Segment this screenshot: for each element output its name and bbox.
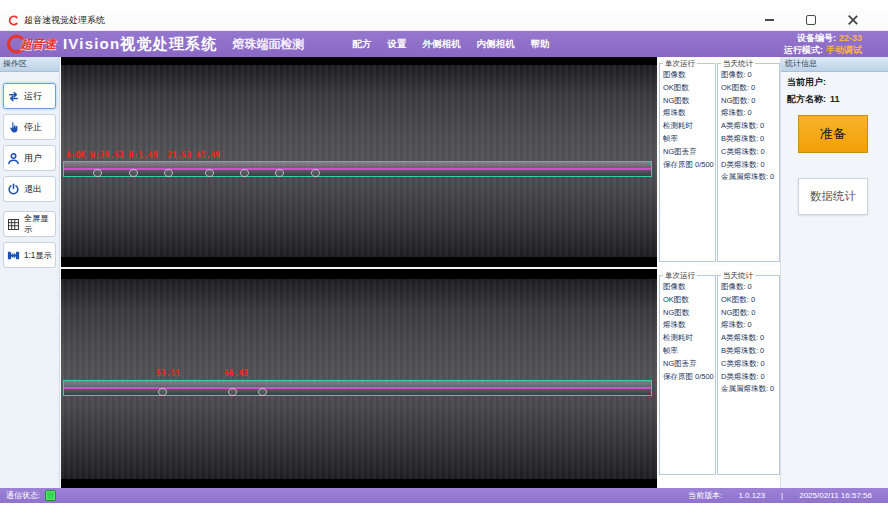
- data-statistics-button[interactable]: 数据统计: [798, 178, 868, 215]
- window-controls: [762, 13, 888, 27]
- camera-view-top[interactable]: 4:OK W:39.53 H:1.49 21.53 41.49: [61, 57, 657, 267]
- main-content: 操作区 运行 停止 用户 退出: [0, 57, 888, 488]
- stat-row: A类熔珠数:0: [721, 122, 779, 130]
- stat-row: 检测耗时: [663, 122, 715, 130]
- bead-marker: [164, 169, 173, 177]
- run-button-label: 运行: [24, 90, 42, 103]
- version-value: 1.0.123: [738, 491, 765, 500]
- sidebar-title: 操作区: [0, 57, 59, 72]
- menu-item-settings[interactable]: 设置: [388, 38, 407, 51]
- stat-row: 图像数:0: [721, 71, 779, 79]
- single-run-rows: 图像数OK图数NG图数熔珠数检测耗时帧率NG图丢弃保存原图0/500: [660, 64, 715, 169]
- stat-row: OK图数:0: [721, 84, 779, 92]
- stat-row: 熔珠数: [663, 109, 715, 117]
- stat-row: NG图数:0: [721, 309, 779, 317]
- version-label: 当前版本:: [688, 490, 722, 501]
- single-run-groupbox: 单次运行 图像数OK图数NG图数熔珠数检测耗时帧率NG图丢弃保存原图0/500: [659, 275, 716, 475]
- user-button-label: 用户: [24, 152, 42, 165]
- bead-marker: [205, 169, 214, 177]
- stat-row: 保存原图0/500: [663, 373, 715, 381]
- stat-row: 熔珠数: [663, 321, 715, 329]
- user-button[interactable]: 用户: [3, 145, 56, 171]
- page-subtitle: 熔珠端面检测: [233, 36, 305, 53]
- stop-button-label: 停止: [24, 121, 42, 134]
- bead-marker: [129, 169, 138, 177]
- stat-row: 熔珠数:0: [721, 321, 779, 329]
- bead-marker: [158, 388, 167, 396]
- stats-panel-top: 单次运行 图像数OK图数NG图数熔珠数检测耗时帧率NG图丢弃保存原图0/500 …: [657, 57, 780, 266]
- statistics-column: 单次运行 图像数OK图数NG图数熔珠数检测耗时帧率NG图丢弃保存原图0/500 …: [657, 57, 780, 488]
- run-mode-row: 运行模式:手动调试: [784, 44, 862, 56]
- single-run-rows: 图像数OK图数NG图数熔珠数检测耗时帧率NG图丢弃保存原图0/500: [660, 276, 715, 381]
- stat-row: 帧率: [663, 347, 715, 355]
- stat-row: 保存原图0/500: [663, 161, 715, 169]
- prepare-button[interactable]: 准备: [798, 115, 868, 153]
- sidebar-buttons: 运行 停止 用户 退出 全屏显示: [0, 72, 59, 268]
- one-to-one-icon: [6, 248, 21, 263]
- bead-marker: [311, 169, 320, 177]
- stat-row: NG图数: [663, 309, 715, 317]
- info-panel-title: 统计信息: [781, 57, 888, 72]
- bead-marker: [275, 169, 284, 177]
- stop-hand-icon: [6, 120, 21, 135]
- fullscreen-button[interactable]: 全屏显示: [3, 211, 56, 237]
- bead-marker: [228, 388, 237, 396]
- bead-marker: [258, 388, 267, 396]
- stat-row: D类熔珠数:0: [721, 373, 779, 381]
- current-user-row: 当前用户:: [781, 72, 888, 89]
- stat-row: C类熔珠数:0: [721, 360, 779, 368]
- seam-centerline: [64, 168, 651, 170]
- stat-row: OK图数:0: [721, 296, 779, 304]
- status-separator: |: [781, 491, 783, 500]
- status-bar: 通信状态: 当前版本: 1.0.123 | 2025/02/11 16:57:5…: [0, 488, 888, 503]
- device-number-value: 22-33: [839, 33, 862, 43]
- single-run-title: 单次运行: [663, 59, 697, 69]
- main-menu: 配方 设置 外侧相机 内侧相机 帮助: [353, 38, 550, 51]
- stat-row: OK图数: [663, 84, 715, 92]
- close-button[interactable]: [846, 13, 860, 27]
- power-icon: [6, 182, 21, 197]
- today-stats-groupbox: 当天统计 图像数:0OK图数:0NG图数:0熔珠数:0A类熔珠数:0B类熔珠数:…: [717, 275, 780, 475]
- menu-item-recipe[interactable]: 配方: [353, 38, 372, 51]
- os-titlebar: 超音速视觉处理系统: [0, 10, 888, 31]
- stat-row: 图像数:0: [721, 283, 779, 291]
- user-icon: [6, 151, 21, 166]
- one-to-one-button-label: 1:1显示: [24, 250, 52, 261]
- stat-row: B类熔珠数:0: [721, 347, 779, 355]
- detected-seam-roi: [63, 380, 652, 396]
- camera-view-bottom[interactable]: 53.11 56.43: [61, 269, 657, 488]
- one-to-one-button[interactable]: 1:1显示: [3, 242, 56, 268]
- stat-row: A类熔珠数:0: [721, 334, 779, 342]
- stat-row: D类熔珠数:0: [721, 161, 779, 169]
- device-info: 设备编号:22-33 运行模式:手动调试: [784, 32, 862, 56]
- info-panel: 统计信息 当前用户: 配方名称:11 准备 数据统计: [780, 57, 888, 488]
- today-stats-rows: 图像数:0OK图数:0NG图数:0熔珠数:0A类熔珠数:0B类熔珠数:0C类熔珠…: [718, 276, 779, 393]
- today-stats-title: 当天统计: [721, 271, 755, 281]
- stat-row: 图像数: [663, 283, 715, 291]
- single-run-title: 单次运行: [663, 271, 697, 281]
- exit-button[interactable]: 退出: [3, 176, 56, 202]
- run-mode-label: 运行模式:: [784, 45, 823, 55]
- exit-button-label: 退出: [24, 183, 42, 196]
- minimize-button[interactable]: [762, 13, 776, 27]
- comm-status-green-icon: [45, 490, 56, 501]
- device-number-label: 设备编号:: [797, 33, 836, 43]
- menu-item-inner-camera[interactable]: 内侧相机: [477, 38, 515, 51]
- status-bar-right: 当前版本: 1.0.123 | 2025/02/11 16:57:56: [688, 490, 872, 501]
- stop-button[interactable]: 停止: [3, 114, 56, 140]
- datetime-value: 2025/02/11 16:57:56: [799, 491, 872, 500]
- recipe-label: 配方名称:: [787, 94, 826, 104]
- detected-seam-roi: [63, 161, 652, 177]
- stat-row: NG图丢弃: [663, 360, 715, 368]
- comm-status-label: 通信状态:: [6, 490, 40, 501]
- maximize-button[interactable]: [804, 13, 818, 27]
- stat-row: NG图数:0: [721, 97, 779, 105]
- menu-item-outer-camera[interactable]: 外侧相机: [423, 38, 461, 51]
- app-logo-icon: [8, 15, 19, 26]
- run-button[interactable]: 运行: [3, 83, 56, 109]
- page-title: IVision视觉处理系统: [63, 35, 218, 54]
- comm-status: 通信状态:: [6, 490, 56, 501]
- brand-name: 超音速: [20, 36, 56, 53]
- menu-item-help[interactable]: 帮助: [531, 38, 550, 51]
- recipe-value: 11: [830, 94, 840, 104]
